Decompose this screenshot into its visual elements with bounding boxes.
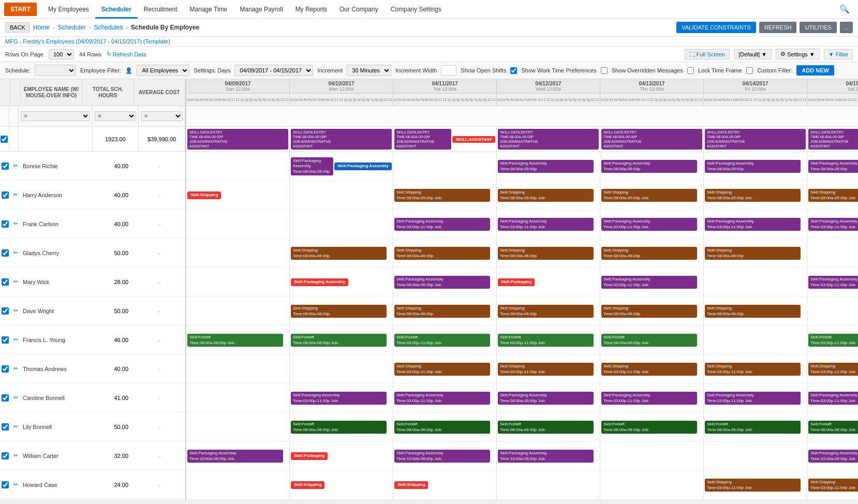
- shift-block[interactable]: Skill:Packaging AssemblyTime:08:00a-05:0…: [705, 160, 801, 173]
- shift-block[interactable]: Skill:Packaging AssemblyTime:10:00a-06:0…: [498, 450, 594, 463]
- shift-block[interactable]: SKILL:DATA ENTRY TIME:08:00A-05:00P JOB:…: [601, 129, 702, 150]
- employee-checkbox[interactable]: [2, 278, 9, 286]
- hours-filter-cell[interactable]: =: [93, 106, 139, 126]
- shift-block[interactable]: SKILL:DATA ENTRY TIME:08:00A-05:00P JOB:…: [187, 129, 288, 150]
- shift-block[interactable]: Skill:Shipping: [291, 481, 324, 488]
- employee-checkbox[interactable]: [2, 191, 9, 199]
- employee-checkbox[interactable]: [2, 336, 9, 344]
- search-icon[interactable]: 🔍: [835, 4, 854, 14]
- shift-block[interactable]: Skill:ShippingTime:08:00a-06:00p: [291, 305, 387, 318]
- shift-block[interactable]: SKILL:DATA ENTRY TIME:08:00A-05:00P JOB:…: [705, 129, 806, 150]
- employee-edit-icon[interactable]: ✏: [10, 394, 21, 401]
- nav-recruitment[interactable]: Recruitment: [138, 0, 184, 19]
- employee-edit-icon[interactable]: ✏: [10, 481, 21, 488]
- employee-checkbox[interactable]: [2, 307, 9, 315]
- shift-block[interactable]: Skill:ForkliftTime:08:00a-06:00p Job:: [808, 421, 858, 434]
- name-filter-cell[interactable]: =: [19, 106, 93, 126]
- nav-scheduler[interactable]: Scheduler: [95, 0, 138, 19]
- employee-edit-icon[interactable]: ✏: [10, 220, 21, 227]
- shift-block[interactable]: Skill:Packaging AssemblyTime:10:00a-06:0…: [808, 450, 858, 463]
- shift-block[interactable]: Skill:ShippingTime:03:00p-11:00p Job:: [394, 363, 490, 376]
- shift-block[interactable]: SKILL:DATA ENTRY TIME:08:00A-05:00P JOB:…: [291, 129, 392, 150]
- shift-block[interactable]: Skill:Packaging AssemblyTime:03:00p-11:0…: [291, 392, 387, 405]
- shift-block[interactable]: Skill:Packaging AssemblyTime:03:00p-11:0…: [808, 276, 858, 289]
- shift-block[interactable]: Skill:Packaging AssemblyTime:10:00a-06:0…: [187, 450, 283, 463]
- full-screen-button[interactable]: ⛶ Full Screen: [685, 49, 730, 60]
- employee-edit-icon[interactable]: ✏: [10, 423, 21, 430]
- shift-block[interactable]: Skill:Packaging AssemblyTime:03:00p-11:5…: [705, 218, 801, 231]
- shift-block[interactable]: Skill:ShippingTime:03:00p-11:00p Job:: [808, 479, 858, 492]
- shift-block[interactable]: Skill:ForkliftTime:03:00p-11:00p Job:: [498, 334, 594, 347]
- employee-checkbox[interactable]: [2, 481, 9, 488]
- nav-my-reports[interactable]: My Reports: [289, 0, 333, 19]
- shift-block[interactable]: Skill:ShippingTime:08:00a-06:00p: [498, 247, 594, 260]
- lock-time-checkbox[interactable]: [746, 67, 753, 74]
- employee-checkbox[interactable]: [2, 249, 9, 257]
- shift-block[interactable]: Skill:ShippingTime:03:00p-11:00p Job:: [498, 363, 594, 376]
- shift-block[interactable]: Skill:Shipping: [187, 191, 221, 199]
- employee-edit-icon[interactable]: ✏: [10, 365, 21, 372]
- show-open-shifts-checkbox[interactable]: [510, 67, 517, 74]
- nav-manage-payroll[interactable]: Manage Payroll: [233, 0, 289, 19]
- shift-block[interactable]: SKILL:DATA ENTRY TIME:08:00A-05:00P JOB:…: [808, 129, 858, 150]
- shift-block[interactable]: Skill:Shipping: [394, 481, 428, 488]
- increment-select[interactable]: 30 Minutes: [347, 65, 391, 76]
- shift-block[interactable]: Skill:Packaging AssemblyTime:03:00p-11:5…: [601, 218, 697, 231]
- employee-edit-icon[interactable]: ✏: [10, 336, 21, 343]
- filter-button[interactable]: ▼ Filter: [824, 49, 853, 60]
- employee-checkbox[interactable]: [2, 162, 9, 170]
- shift-block[interactable]: Skill:Packaging AssemblyTime:03:00p-11:0…: [601, 392, 697, 405]
- nav-manage-time[interactable]: Manage Time: [184, 0, 234, 19]
- shift-block[interactable]: Skill:Packaging AssemblyTime:08:00a-05:0…: [291, 157, 333, 175]
- shift-block[interactable]: Skill:Packaging AssemblyTime:03:00p-11:0…: [394, 392, 490, 405]
- shift-block[interactable]: Skill:ForkliftTime:08:00a-06:00p Job:: [601, 334, 697, 347]
- shift-block[interactable]: Skill:Packaging AssemblyTime:08:00a-05:0…: [601, 160, 697, 173]
- employee-edit-icon[interactable]: ✏: [10, 278, 21, 285]
- settings-button[interactable]: ⚙ Settings ▼: [776, 49, 820, 60]
- add-new-button[interactable]: ADD NEW: [796, 65, 834, 76]
- employee-checkbox[interactable]: [2, 365, 9, 373]
- shift-block[interactable]: Skill:ShippingTime:08:00a-06:00p: [291, 247, 387, 260]
- refresh-button[interactable]: REFRESH: [759, 22, 797, 33]
- employee-edit-icon[interactable]: ✏: [10, 249, 21, 256]
- employee-checkbox[interactable]: [2, 220, 9, 228]
- shift-block[interactable]: Skill:Packaging AssemblyTime:03:00p-11:0…: [705, 392, 801, 405]
- shift-block[interactable]: Skill:ShippingTime:03:00p-11:00p Job:: [808, 363, 858, 376]
- employee-filter-select[interactable]: All Employees: [137, 65, 189, 76]
- shift-block[interactable]: Skill:Packaging AssemblyTime:08:00a-05:0…: [394, 276, 490, 289]
- shift-block[interactable]: Skill:Packaging AssemblyTime:03:00p-11:0…: [808, 392, 858, 405]
- shift-block[interactable]: Skill:Packaging AssemblyTime:08:00a-05:0…: [808, 160, 858, 173]
- breadcrumb-home[interactable]: Home: [33, 24, 50, 31]
- shift-block[interactable]: Skill:ForkliftTime:08:00a-06:00p Job:: [705, 421, 801, 434]
- nav-our-company[interactable]: Our Company: [333, 0, 384, 19]
- shift-block[interactable]: Skill:ShippingTime:03:00p-11:00p Job:: [705, 363, 801, 376]
- shift-block[interactable]: Skill:ForkliftTime:08:00a-06:00p Job:: [498, 421, 594, 434]
- employee-edit-icon[interactable]: ✏: [10, 307, 21, 314]
- shift-block[interactable]: Skill:ShippingTime:03:00p-11:00p Job:: [601, 363, 697, 376]
- shift-block[interactable]: Skill:Packaging Assembly: [291, 278, 348, 286]
- more-button[interactable]: ...: [840, 22, 853, 33]
- nav-my-employees[interactable]: My Employees: [42, 0, 95, 19]
- shift-block[interactable]: Skill:ForkliftTime:08:00a-06:00p Job:: [601, 421, 697, 434]
- employee-checkbox[interactable]: [2, 394, 9, 402]
- shift-block[interactable]: Skill:ShippingTime:08:00a-05:00p Job:: [705, 189, 801, 202]
- shift-block[interactable]: Skill:Packaging AssemblyTime:03:00p-11:0…: [394, 218, 490, 231]
- shift-block[interactable]: Skill:ShippingTime:08:00a-05:00p Job:: [394, 189, 490, 202]
- shift-block[interactable]: Skill:ShippingTime:08:00a-05:00p Job:: [601, 189, 697, 202]
- date-range-select[interactable]: 04/09/2017 - 04/15/2017: [234, 65, 313, 76]
- shift-block[interactable]: SKILL:ASSISTANT: [452, 136, 495, 143]
- shift-block[interactable]: Skill:Packaging AssemblyTime:08:00a-05:0…: [498, 160, 594, 173]
- shift-block[interactable]: SKILL:DATA ENTRY TIME:08:00A-05:00P JOB:…: [394, 129, 451, 150]
- name-filter-select[interactable]: =: [21, 111, 90, 121]
- increment-width-input[interactable]: 6: [441, 65, 456, 76]
- shift-block[interactable]: Skill:ShippingTime:08:00a-06:00p: [498, 305, 594, 318]
- shift-block[interactable]: Skill:ForkliftTime:08:00a-06:00p Job:: [394, 421, 490, 434]
- shift-block[interactable]: Skill:ShippingTime:08:00a-06:00p: [705, 247, 801, 260]
- shift-block[interactable]: Skill:Packaging AssemblyTime:03:00p-11:0…: [498, 218, 594, 231]
- shift-block[interactable]: Skill:ForkliftTime:03:00p-11:00p Job:: [394, 334, 490, 347]
- cost-filter-cell[interactable]: =: [139, 106, 185, 126]
- hours-filter-select[interactable]: =: [95, 111, 137, 121]
- shift-block[interactable]: Skill:ForkliftTime:08:00a-06:00p Job:: [291, 421, 387, 434]
- utilities-button[interactable]: UTILITIES: [800, 22, 836, 33]
- shift-block[interactable]: Skill:ShippingTime:08:00a-06:00p: [394, 247, 490, 260]
